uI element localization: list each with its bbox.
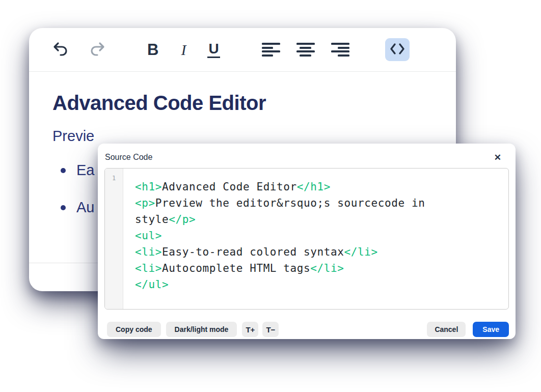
dialog-header: Source Code ✕ [104, 144, 509, 168]
dark-light-mode-button[interactable]: Dark/light mode [166, 322, 237, 337]
align-left-button[interactable] [262, 43, 280, 57]
source-code-dialog: Source Code ✕ 1 <h1>Advanced Code Editor… [98, 144, 516, 339]
code-line: <li>Autocomplete HTML tags</li> [135, 260, 496, 276]
underline-button[interactable]: U [207, 41, 220, 58]
code-line: <ul> [135, 228, 496, 244]
page-background: B I U [0, 0, 541, 392]
align-right-icon [331, 43, 349, 57]
code-line: </ul> [135, 276, 496, 293]
code-brackets-icon [389, 42, 405, 58]
font-size-decrease-button[interactable]: T− [262, 322, 279, 337]
line-number-gutter: 1 [105, 169, 123, 309]
code-editor[interactable]: 1 <h1>Advanced Code Editor</h1><p>Previe… [104, 168, 509, 310]
code-line: <p>Preview the editor&rsquo;s sourcecode… [135, 195, 496, 211]
document-paragraph: Previe [52, 128, 432, 145]
save-button[interactable]: Save [473, 322, 509, 337]
italic-button[interactable]: I [181, 41, 186, 59]
font-size-increase-button[interactable]: T+ [242, 322, 258, 337]
undo-icon [52, 42, 69, 58]
document-heading: Advanced Code Editor [52, 92, 432, 115]
copy-code-button[interactable]: Copy code [107, 322, 161, 337]
redo-icon [89, 42, 105, 58]
align-center-icon [296, 43, 315, 57]
bold-button[interactable]: B [147, 41, 158, 59]
cancel-button[interactable]: Cancel [427, 322, 466, 337]
redo-button[interactable] [89, 42, 105, 58]
align-center-button[interactable] [296, 43, 315, 57]
line-number: 1 [112, 175, 116, 182]
code-line: style</p> [135, 211, 496, 228]
dialog-title: Source Code [105, 150, 152, 162]
undo-button[interactable] [52, 42, 69, 58]
dialog-footer: Copy code Dark/light mode T+ T− Cancel S… [104, 322, 509, 337]
editor-toolbar: B I U [29, 28, 456, 71]
align-left-icon [262, 43, 280, 57]
align-right-button[interactable] [331, 43, 349, 57]
source-code-button[interactable] [385, 38, 410, 61]
toolbar-divider [29, 71, 456, 72]
code-line: <li>Easy-to-read colored syntax</li> [135, 244, 496, 260]
code-line: <h1>Advanced Code Editor</h1> [135, 179, 496, 195]
close-icon[interactable]: ✕ [494, 150, 508, 162]
code-text-area[interactable]: <h1>Advanced Code Editor</h1><p>Preview … [123, 169, 508, 309]
